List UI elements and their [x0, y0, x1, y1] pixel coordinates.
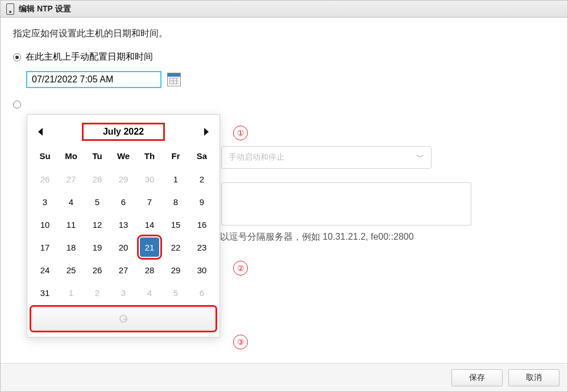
titlebar: 编辑 NTP 设置 [1, 1, 567, 18]
dialog-title: 编辑 NTP 设置 [19, 4, 71, 14]
calendar-day[interactable]: 19 [84, 236, 110, 258]
calendar-day[interactable]: 3 [110, 281, 136, 304]
calendar-day[interactable]: 12 [84, 213, 110, 236]
calendar-prev-button[interactable] [34, 126, 47, 138]
svg-marker-0 [38, 128, 43, 136]
radio-manual-row[interactable]: 在此主机上手动配置日期和时间 [13, 51, 555, 63]
calendar-month-label[interactable]: July 2022 [82, 123, 165, 141]
cancel-button[interactable]: 取消 [508, 369, 559, 386]
ntp-service-select[interactable]: 手动启动和停止 ﹀ [221, 146, 432, 169]
dialog-footer: 保存 取消 [1, 363, 567, 391]
calendar-grid: 2627282930123456789101112131415161718192… [32, 168, 215, 304]
calendar-day[interactable]: 14 [136, 213, 163, 236]
calendar-dow: Tu [84, 149, 110, 163]
calendar-week-row: 31123456 [32, 281, 215, 304]
calendar-day[interactable]: 11 [58, 213, 84, 236]
calendar-day[interactable]: 1 [58, 281, 84, 304]
calendar-day[interactable]: 2 [84, 281, 110, 304]
calendar-week-row: 24252627282930 [32, 258, 215, 281]
annotation-1: ① [233, 126, 248, 140]
calendar-day[interactable]: 18 [58, 236, 84, 258]
calendar-day[interactable]: 29 [110, 168, 136, 190]
calendar-day[interactable]: 7 [136, 190, 163, 213]
calendar-dow: Sa [189, 149, 215, 163]
calendar-day[interactable]: 3 [32, 190, 58, 213]
save-button-label: 保存 [469, 373, 485, 383]
datetime-input[interactable] [26, 71, 161, 88]
calendar-day[interactable]: 26 [32, 168, 58, 190]
radio-ntp-row[interactable] [13, 101, 555, 109]
calendar-day[interactable]: 6 [189, 281, 215, 304]
calendar-dow: Mo [58, 149, 84, 163]
clock-icon [119, 315, 127, 323]
svg-marker-1 [204, 128, 209, 136]
calendar-next-button[interactable] [200, 126, 213, 138]
chevron-right-icon [203, 128, 210, 136]
calendar-day[interactable]: 29 [163, 258, 189, 281]
calendar-day[interactable]: 24 [32, 258, 58, 281]
calendar-day[interactable]: 4 [58, 190, 84, 213]
calendar-week-row: 3456789 [32, 190, 215, 213]
calendar-dow-row: SuMoTuWeThFrSa [32, 149, 215, 163]
calendar-day[interactable]: 27 [58, 168, 84, 190]
calendar-dow: We [110, 149, 136, 163]
calendar-day[interactable]: 13 [110, 213, 136, 236]
calendar-day[interactable]: 25 [58, 258, 84, 281]
calendar-day[interactable]: 16 [189, 213, 215, 236]
ntp-settings-dialog: 编辑 NTP 设置 指定应如何设置此主机的日期和时间。 在此主机上手动配置日期和… [0, 0, 568, 392]
cancel-button-label: 取消 [526, 373, 542, 383]
calendar-day[interactable]: 10 [32, 213, 58, 236]
chevron-left-icon [37, 128, 44, 136]
calendar-day[interactable]: 28 [136, 258, 163, 281]
calendar-day[interactable]: 5 [163, 281, 189, 304]
calendar-day[interactable]: 23 [189, 236, 215, 258]
calendar-day[interactable]: 27 [110, 258, 136, 281]
calendar-day[interactable]: 30 [189, 258, 215, 281]
calendar-day[interactable]: 5 [84, 190, 110, 213]
calendar-day[interactable]: 20 [110, 236, 136, 258]
calendar-day[interactable]: 6 [110, 190, 136, 213]
calendar-week-row: 262728293012 [32, 168, 215, 190]
calendar-day[interactable]: 17 [32, 236, 58, 258]
calendar-day[interactable]: 28 [84, 168, 110, 190]
annotation-2: ② [233, 261, 248, 276]
ntp-service-placeholder: 手动启动和停止 [229, 152, 284, 162]
calendar-day[interactable]: 21 [136, 236, 163, 258]
calendar-day[interactable]: 8 [163, 190, 189, 213]
calendar-week-row: 10111213141516 [32, 213, 215, 236]
annotation-3: ③ [233, 335, 248, 349]
calendar-button[interactable] [167, 73, 181, 86]
calendar-day[interactable]: 1 [163, 168, 189, 190]
radio-manual-label: 在此主机上手动配置日期和时间 [26, 51, 153, 63]
dialog-body: 指定应如何设置此主机的日期和时间。 在此主机上手动配置日期和时间 手动启动和停止… [1, 18, 567, 363]
ntp-servers-hint: 以逗号分隔服务器，例如 10.31.21.2, fe00::2800 [220, 231, 414, 243]
calendar-day[interactable]: 15 [163, 213, 189, 236]
calendar-day[interactable]: 26 [84, 258, 110, 281]
calendar-dow: Fr [163, 149, 189, 163]
save-button[interactable]: 保存 [451, 369, 503, 386]
radio-manual[interactable] [13, 53, 21, 61]
device-icon [6, 3, 14, 15]
description-text: 指定应如何设置此主机的日期和时间。 [13, 28, 555, 40]
calendar-day[interactable]: 31 [32, 281, 58, 304]
calendar-day[interactable]: 2 [189, 168, 215, 190]
radio-ntp[interactable] [13, 101, 21, 109]
calendar-dow: Th [136, 149, 163, 163]
calendar-time-button[interactable] [32, 307, 215, 330]
calendar-popup: July 2022 SuMoTuWeThFrSa 262728293012345… [27, 114, 220, 337]
calendar-day[interactable]: 30 [136, 168, 163, 190]
ntp-servers-textarea[interactable] [221, 182, 471, 226]
calendar-day[interactable]: 9 [189, 190, 215, 213]
chevron-down-icon: ﹀ [416, 152, 424, 162]
calendar-day[interactable]: 4 [136, 281, 163, 304]
calendar-day[interactable]: 22 [163, 236, 189, 258]
calendar-week-row: 17181920212223 [32, 236, 215, 258]
calendar-dow: Su [32, 149, 58, 163]
